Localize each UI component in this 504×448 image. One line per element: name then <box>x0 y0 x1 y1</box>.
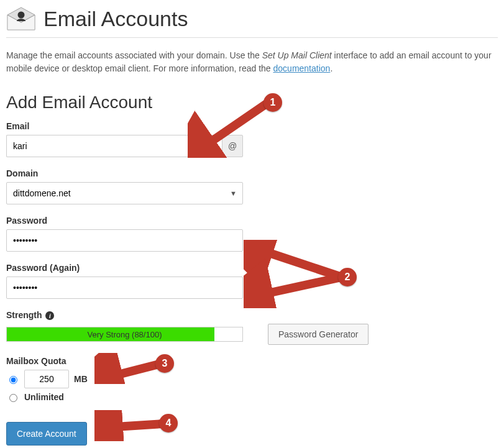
domain-select[interactable]: dittdomene.net <box>6 182 243 204</box>
password2-input[interactable] <box>6 277 243 299</box>
domain-select-wrap: dittdomene.net ▼ <box>6 182 243 204</box>
intro-text: Manage the email accounts associated wit… <box>6 49 498 75</box>
intro-em: Set Up Mail Client <box>262 50 332 60</box>
email-label: Email <box>6 121 498 131</box>
quota-unlimited-row: Unlimited <box>6 392 498 402</box>
strength-bar: Very Strong (88/100) <box>6 327 243 342</box>
quota-group: Mailbox Quota MB Unlimited <box>6 356 498 402</box>
email-input[interactable] <box>6 135 222 157</box>
strength-text: Very Strong (88/100) <box>7 327 242 341</box>
strength-label: Strength i <box>6 310 498 320</box>
password-label: Password <box>6 216 498 226</box>
domain-label: Domain <box>6 168 498 178</box>
strength-row: Very Strong (88/100) Password Generator <box>6 324 498 345</box>
password2-label: Password (Again) <box>6 263 498 273</box>
svg-point-2 <box>18 12 25 19</box>
domain-group: Domain dittdomene.net ▼ <box>6 168 498 204</box>
quota-label: Mailbox Quota <box>6 356 498 366</box>
svg-line-11 <box>106 424 163 427</box>
email-group: Email @ <box>6 121 498 157</box>
strength-label-text: Strength <box>6 310 42 320</box>
info-icon[interactable]: i <box>45 311 54 320</box>
page-root: Email Accounts Manage the email accounts… <box>6 6 498 446</box>
create-account-button[interactable]: Create Account <box>6 422 87 446</box>
quota-unit: MB <box>74 374 88 384</box>
annotation-4: 4 <box>94 410 181 443</box>
password2-group: Password (Again) <box>6 263 498 299</box>
password-generator-button[interactable]: Password Generator <box>268 324 369 345</box>
envelope-icon <box>6 6 36 31</box>
intro-period: . <box>330 63 332 73</box>
unlimited-label: Unlimited <box>24 392 64 402</box>
email-row: @ <box>6 135 243 157</box>
page-title: Email Accounts <box>44 7 188 31</box>
at-addon: @ <box>222 135 243 157</box>
password-input[interactable] <box>6 229 243 252</box>
quota-fixed-row: MB <box>6 370 498 388</box>
page-header: Email Accounts <box>6 6 498 38</box>
section-title: Add Email Account <box>6 93 498 112</box>
documentation-link[interactable]: documentation <box>273 63 331 73</box>
intro-part1: Manage the email accounts associated wit… <box>6 50 262 60</box>
quota-fixed-radio[interactable] <box>9 376 17 384</box>
badge-4: 4 <box>159 414 178 432</box>
password-group: Password <box>6 216 498 252</box>
quota-input[interactable] <box>24 370 69 388</box>
quota-unlimited-radio[interactable] <box>9 394 17 402</box>
strength-group: Strength i Very Strong (88/100) Password… <box>6 310 498 345</box>
